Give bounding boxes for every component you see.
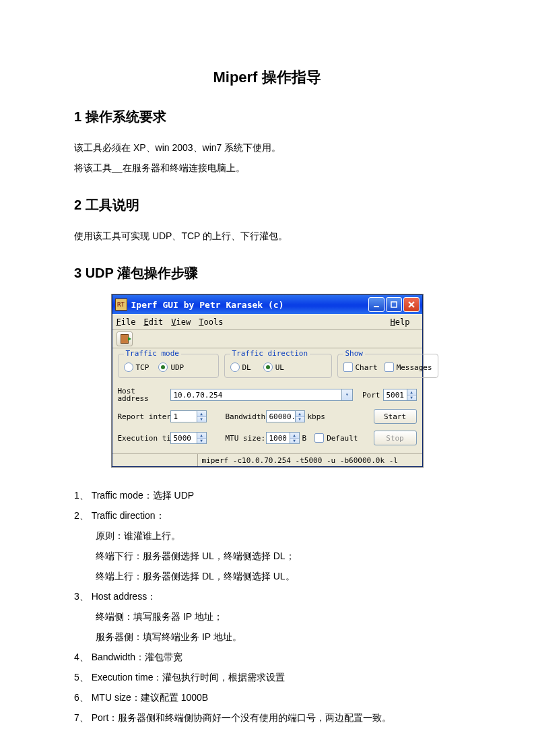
toolbar xyxy=(112,330,422,348)
report-input[interactable]: 1 xyxy=(170,410,197,422)
checkbox-icon xyxy=(314,433,324,443)
radio-ul[interactable]: UL xyxy=(263,363,284,372)
svg-rect-1 xyxy=(391,302,397,307)
list-subitem: 终端下行：服务器侧选择 UL，终端侧选择 DL； xyxy=(74,546,460,565)
section-heading-3: 3 UDP 灌包操作步骤 xyxy=(74,264,460,282)
port-input[interactable]: 5001 xyxy=(383,389,407,401)
app-icon: RT xyxy=(115,298,127,311)
page-title: Miperf 操作指导 xyxy=(74,67,460,88)
checkbox-messages[interactable]: Messages xyxy=(385,363,432,372)
list-item: 1、 Traffic mode：选择 UDP xyxy=(74,486,460,505)
minimize-icon xyxy=(373,301,380,308)
radio-tcp[interactable]: TCP xyxy=(124,363,149,372)
menu-edit[interactable]: Edit xyxy=(143,318,163,326)
checkbox-default[interactable]: Default xyxy=(314,433,358,443)
list-subitem: 服务器侧：填写终端业务 IP 地址。 xyxy=(74,627,460,646)
radio-icon xyxy=(263,363,273,372)
exec-spinner[interactable]: ▲▼ xyxy=(197,432,207,444)
mtu-label: MTU size: xyxy=(226,435,266,442)
list-item: 2、 Traffic direction： xyxy=(74,506,460,525)
menu-tools[interactable]: Tools xyxy=(199,318,223,326)
client-area: Traffic mode TCP UDP Traffic direction xyxy=(112,348,422,453)
radio-icon xyxy=(230,363,240,372)
maximize-icon xyxy=(391,301,397,308)
checkbox-chart[interactable]: Chart xyxy=(343,363,378,372)
svg-rect-0 xyxy=(374,306,379,307)
app-window: RT Iperf GUI by Petr Karasek (c) File Ed… xyxy=(112,294,423,467)
traffic-direction-group: Traffic direction DL UL xyxy=(224,354,332,378)
maximize-button[interactable] xyxy=(386,297,402,312)
host-label: Host address xyxy=(118,387,170,402)
list-subitem: 原则：谁灌谁上行。 xyxy=(74,526,460,545)
radio-label: TCP xyxy=(136,364,149,371)
list-item: 4、 Bandwidth：灌包带宽 xyxy=(74,648,460,666)
traffic-mode-group: Traffic mode TCP UDP xyxy=(118,354,219,378)
bandwidth-spinner[interactable]: ▲▼ xyxy=(296,410,305,422)
exit-button[interactable] xyxy=(116,332,133,346)
group-legend: Traffic mode xyxy=(124,350,181,357)
radio-label: UL xyxy=(275,364,284,371)
menu-file[interactable]: File xyxy=(116,318,136,326)
status-cell-empty xyxy=(116,454,198,466)
port-label: Port xyxy=(362,391,380,399)
checkbox-label: Chart xyxy=(356,364,378,371)
list-subitem: 终端侧：填写服务器 IP 地址； xyxy=(74,607,460,626)
exec-label: Execution tim xyxy=(118,435,170,442)
paragraph: 将该工具__在服务器和终端连接电脑上。 xyxy=(74,158,460,177)
radio-icon xyxy=(158,363,168,372)
checkbox-label: Default xyxy=(327,435,358,442)
paragraph: 使用该工具可实现 UDP、TCP 的上行、下行灌包。 xyxy=(74,226,460,245)
mtu-spinner[interactable]: ▲▼ xyxy=(290,432,300,444)
show-group: Show Chart Messages xyxy=(337,354,438,378)
report-spinner[interactable]: ▲▼ xyxy=(197,410,207,422)
bandwidth-unit: kbps xyxy=(308,413,326,420)
section-heading-1: 1 操作系统要求 xyxy=(74,108,460,126)
start-button[interactable]: Start xyxy=(374,409,417,424)
list-item: 5、 Execution time：灌包执行时间，根据需求设置 xyxy=(74,668,460,687)
close-button[interactable] xyxy=(403,297,420,312)
bandwidth-input[interactable]: 60000. xyxy=(266,410,296,422)
menubar: File Edit View Tools Help xyxy=(112,314,422,330)
report-label: Report interv: xyxy=(118,413,170,420)
group-legend: Traffic direction xyxy=(230,350,310,357)
group-legend: Show xyxy=(343,350,366,357)
menu-help[interactable]: Help xyxy=(391,318,410,326)
window-title: Iperf GUI by Petr Karasek (c) xyxy=(131,301,367,309)
radio-dl[interactable]: DL xyxy=(230,363,251,372)
list-item: 6、 MTU size：建议配置 1000B xyxy=(74,688,460,707)
stop-button[interactable]: Stop xyxy=(374,431,417,445)
titlebar: RT Iperf GUI by Petr Karasek (c) xyxy=(112,295,422,314)
checkbox-icon xyxy=(385,363,394,372)
port-spinner[interactable]: ▲▼ xyxy=(407,389,417,401)
section-heading-2: 2 工具说明 xyxy=(74,196,460,214)
bandwidth-label: Bandwidth: xyxy=(226,413,266,420)
statusbar: miperf -c10.0.70.254 -t5000 -u -b60000.0… xyxy=(112,453,422,466)
radio-icon xyxy=(124,363,133,372)
checkbox-label: Messages xyxy=(397,364,432,371)
list-subitem: 终端上行：服务器侧选择 DL，终端侧选择 UL。 xyxy=(74,567,460,586)
mtu-input[interactable]: 1000 xyxy=(266,432,290,444)
host-input[interactable]: 10.0.70.254 xyxy=(170,389,343,401)
host-dropdown-button[interactable]: ▾ xyxy=(342,389,353,401)
door-exit-icon xyxy=(121,334,129,344)
list-item: 7、 Port：服务器侧和终端侧协商好一个没有使用的端口号，两边配置一致。 xyxy=(74,708,460,727)
list-item: 3、 Host address： xyxy=(74,587,460,606)
close-icon xyxy=(408,301,415,308)
radio-label: UDP xyxy=(170,364,184,371)
mtu-unit: B xyxy=(302,435,307,442)
paragraph: 该工具必须在 XP、win 2003、win7 系统下使用。 xyxy=(74,138,460,157)
exec-input[interactable]: 5000 xyxy=(170,432,197,444)
menu-view[interactable]: View xyxy=(171,318,191,326)
minimize-button[interactable] xyxy=(368,297,385,312)
status-command: miperf -c10.0.70.254 -t5000 -u -b60000.0… xyxy=(198,457,418,464)
checkbox-icon xyxy=(343,363,353,372)
radio-label: DL xyxy=(242,364,251,371)
radio-udp[interactable]: UDP xyxy=(158,363,184,372)
